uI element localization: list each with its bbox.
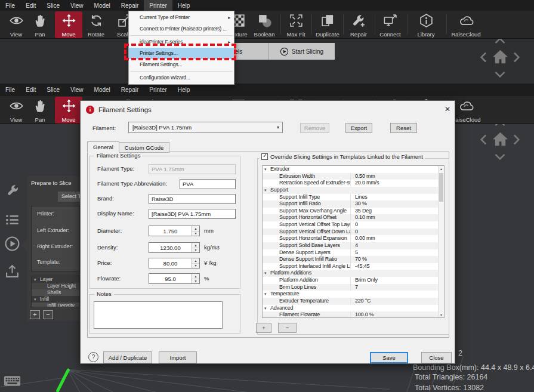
menu-repair[interactable]: Repair <box>116 84 144 96</box>
tab-general[interactable]: General <box>87 141 119 153</box>
override-checkbox[interactable]: ✓ <box>261 153 268 160</box>
remove-button[interactable]: Remove <box>300 123 329 133</box>
setting-remove-button[interactable]: − <box>278 323 297 333</box>
setting-value[interactable]: 30 % <box>350 200 438 208</box>
setting-value[interactable]: 7 <box>350 284 438 291</box>
settings-row[interactable]: Support Infill Ratio30 % <box>263 200 444 208</box>
save-button[interactable]: Save <box>370 352 408 363</box>
settings-row[interactable]: Extruder Temperature220 °C <box>263 298 444 305</box>
menu-slice[interactable]: Slice <box>41 84 65 96</box>
scrollbar-thumb[interactable] <box>439 173 443 202</box>
setting-value[interactable]: 5 <box>350 249 438 257</box>
settings-row[interactable]: Support Horizontal Offset0.10 mm <box>263 214 444 221</box>
price-field[interactable] <box>149 258 192 268</box>
settings-row[interactable]: Support Horizontal Expansion0.00 mm <box>263 235 444 242</box>
settings-group-row[interactable]: ▾Platform Additions <box>263 270 444 277</box>
reset-button[interactable]: Reset <box>390 123 417 133</box>
export-button[interactable]: Export <box>345 123 372 133</box>
menu-item-filament-settings[interactable]: Filament Settings... <box>129 59 234 70</box>
menu-item-current-type-of-printer[interactable]: Current Type of Printer▸ <box>129 12 234 23</box>
menu-item-configuration-wizard[interactable]: Configuration Wizard... <box>129 72 234 84</box>
menu-slice[interactable]: Slice <box>41 0 65 11</box>
menu-item-printer-settings[interactable]: Printer Settings... <box>129 48 234 59</box>
tool-repair[interactable]: Repair <box>341 11 376 38</box>
menu-printer[interactable]: Printer <box>144 0 172 11</box>
tool-boolean[interactable]: Boolean <box>246 11 282 38</box>
settings-row[interactable]: Support Solid Base Layers4 <box>263 242 444 249</box>
dialog-close-icon[interactable]: ✕ <box>441 104 454 115</box>
flowrate-field[interactable] <box>149 274 192 283</box>
display-name-field[interactable] <box>149 209 236 219</box>
home-view-icon[interactable] <box>491 47 510 66</box>
menu-help[interactable]: Help <box>172 0 196 11</box>
template-add-button[interactable]: + <box>30 310 40 319</box>
setting-value[interactable]: 0.00 mm <box>350 235 438 242</box>
setting-add-button[interactable]: + <box>256 323 271 333</box>
diameter-stepper[interactable]: ▲▼ <box>149 226 200 236</box>
filament-select[interactable]: [Raise3D] PVA 1.75mm ▾ <box>128 122 283 133</box>
menu-item-connect-to-printer-raise3d-printers[interactable]: Connect to Printer (Raise3D printers) ..… <box>129 23 234 35</box>
setting-value[interactable]: 220 °C <box>350 298 438 305</box>
setting-value[interactable]: 4 <box>350 242 438 249</box>
settings-row[interactable]: Support Vertical Offset Top Layers0 <box>263 221 444 229</box>
price-stepper[interactable]: ▲▼ <box>149 258 200 268</box>
tool-pan[interactable]: Pan <box>22 97 58 124</box>
tool-library[interactable]: Library <box>408 11 444 38</box>
settings-row[interactable]: Retraction Speed of Extruder-switch20.0 … <box>263 180 444 187</box>
setting-value[interactable]: Brim Only <box>350 277 438 284</box>
menu-model[interactable]: Model <box>89 0 116 11</box>
menu-file[interactable]: File <box>0 84 20 96</box>
spin-down-icon[interactable]: ▼ <box>192 279 199 284</box>
setting-value[interactable]: 20.0 mm/s <box>350 180 438 187</box>
menu-edit[interactable]: Edit <box>20 84 41 96</box>
density-field[interactable] <box>149 243 192 252</box>
tree-layer[interactable]: Layer▾ <box>32 276 79 283</box>
collapse-arrow-icon[interactable]: ▾ <box>34 276 36 283</box>
abbreviation-field[interactable] <box>180 179 236 189</box>
nav-down-icon[interactable] <box>494 71 506 78</box>
settings-group-row[interactable]: ▾Extruder <box>263 166 444 173</box>
spin-up-icon[interactable]: ▲ <box>192 243 199 248</box>
scroll-up-icon[interactable]: ▴ <box>439 166 444 171</box>
setting-value[interactable]: 35 Deg <box>350 208 438 215</box>
tree-shells[interactable]: Shells <box>32 289 79 296</box>
notes-textarea[interactable] <box>94 301 223 329</box>
template-list-icon[interactable] <box>5 212 20 227</box>
menu-repair[interactable]: Repair <box>116 0 144 11</box>
collapse-arrow-icon[interactable]: ▾ <box>34 296 36 303</box>
close-button[interactable]: Close <box>421 352 452 363</box>
setting-value[interactable]: 70 % <box>350 256 438 263</box>
settings-row[interactable]: Support Vertical Offset Down Layers0 <box>263 229 444 236</box>
menu-printer[interactable]: Printer <box>144 84 172 96</box>
menu-edit[interactable]: Edit <box>20 0 41 11</box>
export-upload-icon[interactable] <box>5 264 20 279</box>
setting-value[interactable]: 0 <box>350 229 438 236</box>
settings-row[interactable]: Extrusion Width0.50 mm <box>263 173 444 180</box>
nav-right-icon[interactable] <box>513 134 520 146</box>
settings-group-row[interactable]: ▾Temperature <box>263 291 444 298</box>
diameter-field[interactable] <box>149 226 192 236</box>
add-duplicate-button[interactable]: Add / Duplicate <box>103 351 152 363</box>
settings-row[interactable]: Support Max Overhang Angle35 Deg <box>263 208 444 215</box>
slice-play-icon[interactable] <box>4 236 20 252</box>
density-stepper[interactable]: ▲▼ <box>149 242 200 253</box>
tool-duplicate[interactable]: Duplicate <box>310 11 345 38</box>
scroll-down-icon[interactable]: ▾ <box>439 313 444 317</box>
nav-left-icon[interactable] <box>480 134 487 146</box>
setting-value[interactable]: 0.50 mm <box>350 173 438 180</box>
settings-group-row[interactable]: ▾Advanced <box>263 305 444 312</box>
settings-row[interactable]: Support Interlaced Infill Angle List-45;… <box>263 263 444 270</box>
setting-value[interactable]: 0.10 mm <box>350 214 438 221</box>
spin-down-icon[interactable]: ▼ <box>192 264 199 268</box>
setting-value[interactable]: 100.0 % <box>350 311 438 318</box>
template-remove-button[interactable]: − <box>43 310 53 319</box>
start-slicing-button[interactable]: Start Slicing <box>268 43 335 60</box>
setting-value[interactable]: 0 <box>350 221 438 229</box>
menu-help[interactable]: Help <box>172 84 196 96</box>
setting-value[interactable]: -45;45 <box>350 263 438 270</box>
settings-group-row[interactable]: ▾Support <box>263 187 444 194</box>
menu-view[interactable]: View <box>65 0 89 11</box>
menu-item-ideaprinter-f-series[interactable]: ideaPrinter F-series▸ <box>129 36 234 48</box>
settings-row[interactable]: Dense Support Layers5 <box>263 249 444 257</box>
nav-right-icon[interactable] <box>513 51 520 63</box>
